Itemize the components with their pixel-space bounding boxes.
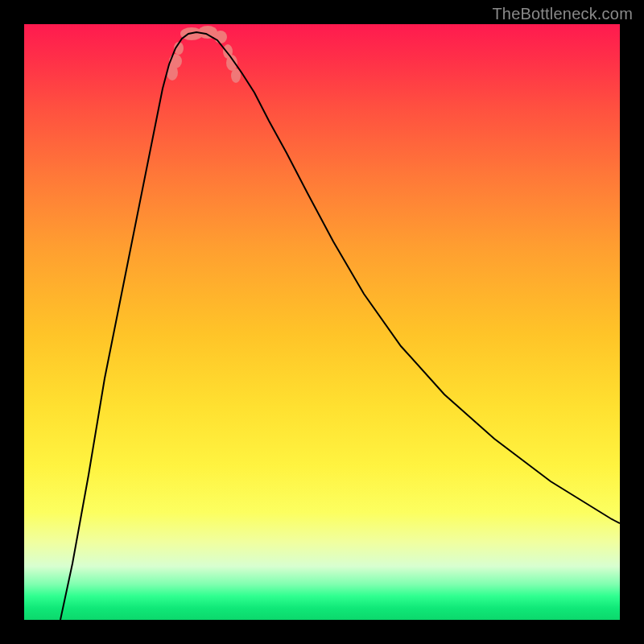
data-marker — [214, 31, 227, 43]
plot-area — [24, 24, 620, 620]
chart-frame: TheBottleneck.com — [0, 0, 644, 644]
chart-svg — [24, 24, 620, 620]
watermark-text: TheBottleneck.com — [492, 5, 633, 23]
curve-layer — [60, 32, 620, 620]
data-marker — [226, 55, 237, 71]
bottleneck-curve — [60, 32, 620, 620]
